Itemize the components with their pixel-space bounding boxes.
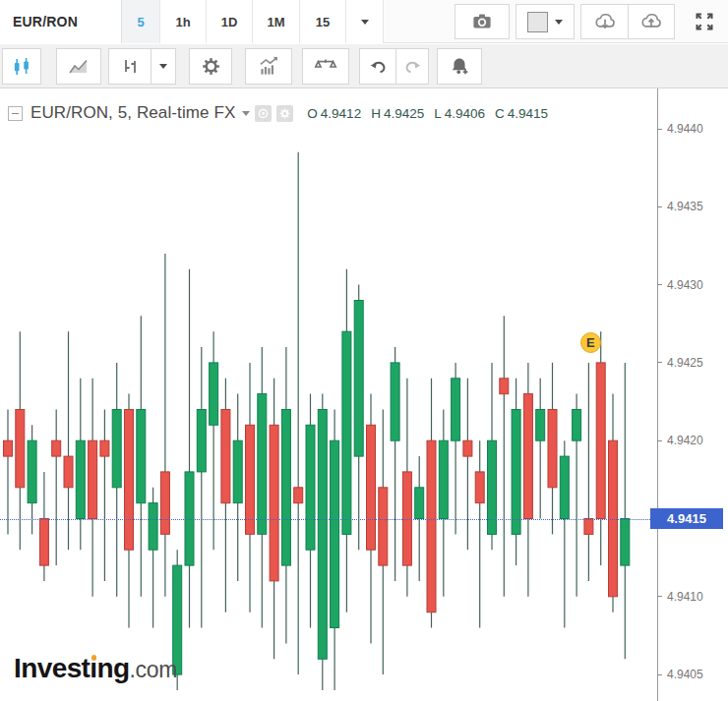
compare-button[interactable] (302, 48, 349, 85)
interval-button-1h[interactable]: 1h (160, 0, 207, 43)
investing-logo: Investıng.com (14, 653, 177, 684)
y-axis-label: 4.9435 (657, 200, 728, 213)
add-alert-button[interactable] (437, 48, 482, 85)
cloud-upload-icon (638, 9, 664, 34)
bar-style-button[interactable] (108, 48, 152, 85)
ohlc-c: C4.9415 (495, 106, 548, 121)
redo-button[interactable] (395, 48, 429, 85)
circle-dot-icon (257, 107, 270, 120)
y-axis-line (657, 88, 658, 701)
candle-body (52, 440, 61, 456)
candle-body (64, 456, 73, 488)
fullscreen-button[interactable] (683, 4, 725, 39)
y-axis-label: 4.9405 (657, 668, 728, 681)
candle-body (379, 488, 388, 565)
candle-body (281, 410, 290, 566)
candle-body (488, 440, 497, 534)
collapse-panel-button[interactable] (8, 106, 23, 121)
interval-button-5[interactable]: 5 (122, 0, 160, 43)
quick-settings-chip-button[interactable] (276, 105, 293, 122)
logo-suffix: .com (130, 657, 178, 682)
interval-button-15[interactable]: 15 (300, 0, 346, 43)
candle-body (270, 425, 278, 581)
snapshot-camera-button[interactable] (455, 4, 510, 39)
y-axis-label: 4.9420 (657, 434, 728, 447)
y-axis-label: 4.9425 (657, 356, 728, 370)
settings-button[interactable] (189, 48, 232, 85)
chevron-down-icon (361, 20, 369, 25)
candle-body (523, 394, 532, 519)
undo-icon (367, 55, 391, 79)
candle-body (391, 363, 399, 440)
candle-body (573, 410, 581, 441)
save-chart-button[interactable] (628, 4, 675, 39)
undo-button[interactable] (359, 48, 396, 85)
candle-body (584, 519, 593, 535)
candle-body (76, 440, 85, 518)
logo-i-dot: ı (90, 653, 96, 683)
candle-body (621, 519, 630, 566)
candle-body (149, 503, 157, 551)
load-chart-button[interactable] (580, 4, 628, 39)
chart-area: 4.94404.94354.94304.94254.94204.94104.94… (0, 88, 728, 701)
chart-toolbar (0, 44, 728, 88)
candle-body (354, 301, 363, 457)
candle-body (427, 440, 436, 613)
candle-body (258, 394, 267, 535)
compare-scales-icon (313, 54, 338, 80)
event-marker[interactable]: E (580, 332, 601, 353)
candle-body (560, 456, 569, 518)
candle-body (39, 519, 48, 566)
candle-body (512, 410, 520, 535)
redo-icon (400, 55, 424, 79)
indicators-button[interactable] (245, 48, 292, 85)
chevron-down-icon (555, 20, 563, 25)
top-toolbar: EUR/RON 51h1D1M15 (0, 0, 728, 43)
fullscreen-icon (693, 10, 716, 33)
ohlc-l: L4.9406 (434, 106, 485, 121)
gear-icon (278, 107, 291, 120)
candle-body (452, 379, 460, 440)
candle-body (125, 410, 134, 551)
candle-body (112, 410, 121, 488)
candlestick-plot[interactable] (0, 88, 657, 701)
candle-body (16, 410, 25, 488)
candle-body (367, 425, 376, 550)
chart-title: EUR/RON, 5, Real-time FX (30, 103, 235, 123)
candle-body (28, 440, 36, 502)
candle-body (306, 425, 315, 550)
candle-body (548, 410, 557, 488)
cloud-download-icon (592, 9, 618, 34)
candle-body (210, 363, 218, 425)
chart-widget: EUR/RON 51h1D1M15 (0, 0, 728, 701)
current-price-line (0, 519, 650, 520)
chart-header: EUR/RON, 5, Real-time FX (8, 102, 548, 124)
candle-body (415, 488, 424, 519)
candle-body (331, 440, 339, 627)
interval-button-1D[interactable]: 1D (207, 0, 253, 43)
title-dropdown-caret[interactable] (242, 111, 250, 116)
indicators-icon (256, 54, 281, 80)
snapshot-chip-button[interactable] (255, 105, 272, 122)
y-axis-label: 4.9440 (657, 122, 728, 136)
alert-add-icon (447, 54, 472, 80)
color-swatch (527, 12, 548, 32)
symbol-input[interactable]: EUR/RON (0, 0, 122, 43)
area-style-icon (67, 55, 91, 79)
style-dropdown-button[interactable] (151, 48, 176, 85)
candle-body (160, 472, 169, 534)
ohlc-h: H4.9425 (371, 106, 424, 121)
symbol-text: EUR/RON (13, 14, 78, 29)
y-axis-label: 4.9410 (657, 590, 728, 604)
ohlc-readout: O4.9412H4.9425L4.9406C4.9415 (307, 106, 548, 121)
candle-body (475, 472, 484, 503)
logo-brand: Investıng (14, 653, 130, 683)
gear-icon (199, 54, 223, 79)
y-axis-label: 4.9430 (657, 278, 728, 292)
background-color-button[interactable] (516, 4, 575, 39)
interval-button-1M[interactable]: 1M (253, 0, 300, 43)
candle-body (197, 410, 206, 472)
area-style-button[interactable] (56, 48, 101, 85)
candlestick-style-button[interactable] (2, 48, 41, 85)
interval-dropdown-button[interactable] (346, 0, 384, 43)
